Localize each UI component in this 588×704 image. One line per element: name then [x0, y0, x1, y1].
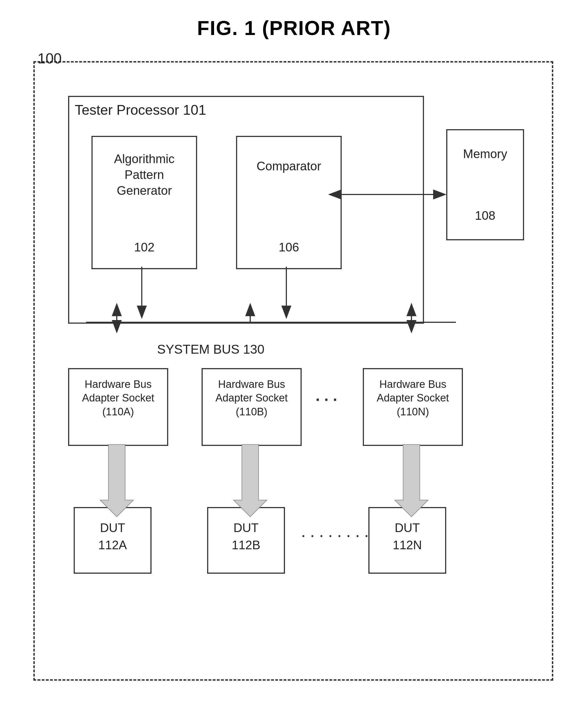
outer-container: 100 Tester Processor 101 Algorithmic Pat… — [33, 61, 553, 681]
dut-a-box: DUT 112A — [74, 507, 152, 574]
hba-n-box: Hardware Bus Adapter Socket (110N) — [363, 368, 463, 446]
dut-b-box: DUT 112B — [207, 507, 285, 574]
comparator-box: Comparator 106 — [236, 136, 342, 269]
dut-n-box: DUT 112N — [368, 507, 446, 574]
ellipsis-dut: · · · · · · · · · — [302, 529, 378, 543]
comparator-number: 106 — [237, 240, 340, 254]
dut-a-text: DUT 112A — [75, 519, 150, 553]
dut-b-text: DUT 112B — [208, 519, 284, 553]
hba-a-box: Hardware Bus Adapter Socket (110A) — [68, 368, 168, 446]
apg-text: Algorithmic Pattern Generator — [93, 151, 196, 199]
memory-box: Memory 108 — [446, 129, 524, 240]
dut-n-text: DUT 112N — [370, 519, 445, 553]
apg-box: Algorithmic Pattern Generator 102 — [92, 136, 197, 269]
memory-label: Memory — [447, 147, 523, 161]
page-title: FIG. 1 (PRIOR ART) — [0, 0, 588, 53]
tester-processor-label: Tester Processor 101 — [75, 102, 206, 118]
system-bus-label: SYSTEM BUS 130 — [157, 342, 264, 357]
comparator-label: Comparator — [237, 159, 340, 173]
apg-number: 102 — [93, 240, 196, 254]
hba-n-text: Hardware Bus Adapter Socket (110N) — [364, 377, 462, 419]
label-100: 100 — [38, 50, 62, 67]
hba-b-text: Hardware Bus Adapter Socket (110B) — [203, 377, 301, 419]
memory-number: 108 — [447, 209, 523, 223]
tester-processor-box: Tester Processor 101 Algorithmic Pattern… — [68, 96, 424, 324]
hba-a-text: Hardware Bus Adapter Socket (110A) — [69, 377, 167, 419]
ellipsis-hba: · · · — [316, 390, 337, 408]
hba-b-box: Hardware Bus Adapter Socket (110B) — [202, 368, 302, 446]
